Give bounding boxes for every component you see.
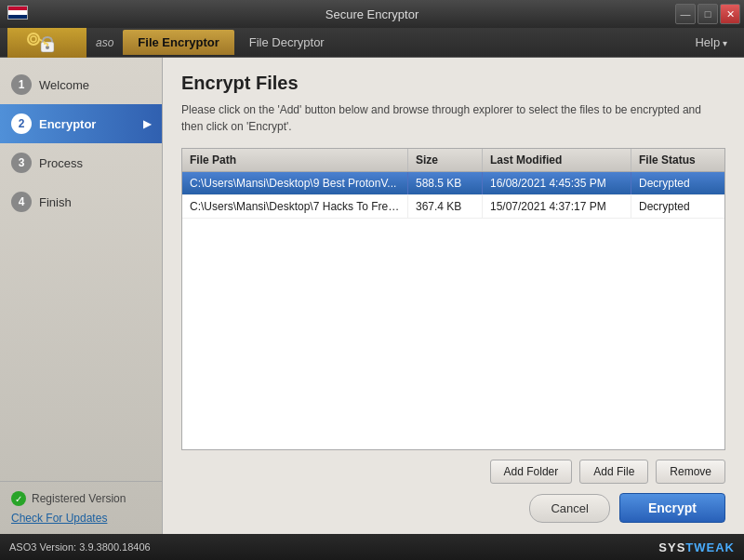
status-bar: ASO3 Version: 3.9.3800.18406 SYSTWEAK [0, 534, 744, 560]
title-bar: Secure Encryptor — □ ✕ [0, 0, 744, 28]
cell-modified-1: 15/07/2021 4:37:17 PM [483, 195, 631, 218]
sidebar-item-encryptor-label: Encryptor [39, 117, 96, 131]
col-last-modified: Last Modified [483, 149, 631, 171]
col-size: Size [408, 149, 483, 171]
close-button[interactable]: ✕ [720, 4, 740, 24]
sidebar: 1 Welcome 2 Encryptor ▶ 3 Process 4 Fini… [0, 58, 163, 534]
col-file-status: File Status [631, 149, 724, 171]
tab-file-decryptor[interactable]: File Decryptor [234, 30, 339, 55]
step-3-num: 3 [11, 153, 32, 173]
help-menu[interactable]: Help [685, 30, 737, 55]
registered-check-icon: ✓ [11, 491, 26, 506]
tab-file-encryptor[interactable]: File Encryptor [123, 30, 233, 55]
table-row[interactable]: C:\Users\Mansi\Desktop\9 Best ProtonV...… [182, 172, 724, 195]
window-controls: — □ ✕ [675, 4, 740, 24]
minimize-button[interactable]: — [675, 4, 696, 24]
sidebar-bottom: ✓ Registered Version Check For Updates [0, 481, 162, 534]
flag-icon [7, 6, 28, 20]
sidebar-item-process-label: Process [39, 156, 83, 170]
encrypt-button[interactable]: Encrypt [619, 493, 725, 523]
check-for-updates-link[interactable]: Check For Updates [11, 512, 151, 525]
sidebar-item-welcome[interactable]: 1 Welcome [0, 65, 162, 104]
cell-filepath-1: C:\Users\Mansi\Desktop\7 Hacks To Free..… [182, 195, 408, 218]
sidebar-item-finish-label: Finish [39, 195, 72, 209]
cell-size-0: 588.5 KB [408, 172, 483, 194]
cell-status-0: Decrypted [631, 172, 724, 194]
cell-status-1: Decrypted [631, 195, 724, 218]
page-title: Encrypt Files [181, 73, 725, 94]
systweak-brand: SYSTWEAK [658, 540, 735, 554]
encryptor-arrow-icon: ▶ [143, 118, 151, 130]
maximize-button[interactable]: □ [698, 4, 718, 24]
page-description: Please click on the 'Add' button below a… [181, 101, 725, 135]
table-row[interactable]: C:\Users\Mansi\Desktop\7 Hacks To Free..… [182, 195, 724, 219]
table-header: File Path Size Last Modified File Status [182, 149, 724, 172]
logo-icon [24, 30, 71, 56]
remove-button[interactable]: Remove [656, 460, 725, 484]
menu-brand: aso [86, 36, 123, 49]
cell-modified-0: 16/08/2021 4:45:35 PM [483, 172, 631, 194]
col-file-path: File Path [182, 149, 408, 171]
main-layout: 1 Welcome 2 Encryptor ▶ 3 Process 4 Fini… [0, 58, 744, 534]
add-folder-button[interactable]: Add Folder [490, 460, 573, 484]
sidebar-item-finish[interactable]: 4 Finish [0, 182, 162, 221]
svg-point-2 [28, 33, 39, 45]
cell-filepath-0: C:\Users\Mansi\Desktop\9 Best ProtonV... [182, 172, 408, 194]
registered-version: ✓ Registered Version [11, 491, 151, 506]
sidebar-item-welcome-label: Welcome [39, 78, 89, 92]
add-file-button[interactable]: Add File [579, 460, 648, 484]
logo-area [7, 28, 86, 58]
table-body: C:\Users\Mansi\Desktop\9 Best ProtonV...… [182, 172, 724, 449]
file-table: File Path Size Last Modified File Status… [181, 148, 725, 450]
svg-point-3 [31, 36, 36, 42]
footer-buttons: Cancel Encrypt [181, 493, 725, 523]
content-area: Encrypt Files Please click on the 'Add' … [163, 58, 744, 534]
version-label: ASO3 Version: 3.9.3800.18406 [9, 541, 151, 553]
app-title: Secure Encryptor [326, 7, 418, 21]
cancel-button[interactable]: Cancel [529, 494, 609, 523]
sidebar-item-process[interactable]: 3 Process [0, 143, 162, 182]
action-buttons: Add Folder Add File Remove [181, 460, 725, 484]
registered-version-label: Registered Version [32, 492, 126, 505]
sidebar-item-encryptor[interactable]: 2 Encryptor ▶ [0, 104, 162, 143]
cell-size-1: 367.4 KB [408, 195, 483, 218]
step-2-num: 2 [11, 113, 32, 134]
step-4-num: 4 [11, 192, 32, 212]
step-1-num: 1 [11, 74, 32, 95]
menu-bar: aso File Encryptor File Decryptor Help [0, 28, 744, 58]
